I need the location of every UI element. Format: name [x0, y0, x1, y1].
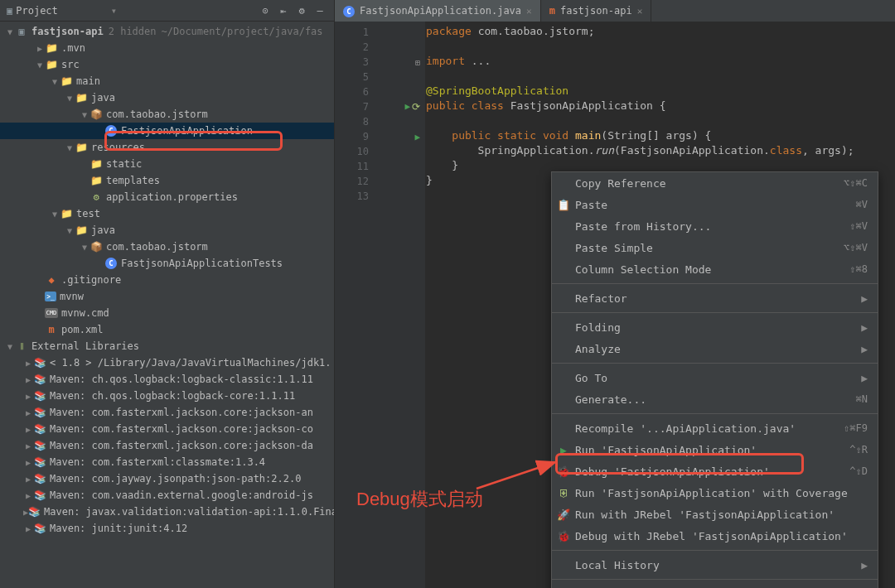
locate-icon[interactable]: ⊙	[258, 3, 273, 18]
external-lib-item[interactable]: ▶📚Maven: com.fasterxml:classmate:1.3.4	[0, 454, 334, 470]
external-lib-item[interactable]: ▶📚Maven: ch.qos.logback:logback-classic:…	[0, 371, 334, 388]
run-icon-cluster[interactable]: ▶⟳	[404, 101, 420, 113]
menu-item[interactable]: Paste from History...⇧⌘V	[552, 215, 878, 237]
tree-item[interactable]: ⚙application.properties	[0, 189, 334, 205]
gutter-line: 1	[335, 25, 425, 40]
menu-item[interactable]: ⇄Compare with Clipboard	[552, 583, 878, 588]
external-lib-item[interactable]: ▶📚Maven: junit:junit:4.12	[0, 520, 334, 537]
menu-icon: 🐞	[557, 465, 570, 478]
external-lib-item[interactable]: ▶📚Maven: com.fasterxml.jackson.core:jack…	[0, 421, 334, 437]
code-line[interactable]	[426, 114, 895, 129]
editor-tabs: CFastjsonApiApplication.java✕mfastjson-a…	[335, 0, 895, 22]
menu-item[interactable]: 📋Paste⌘V	[552, 194, 878, 215]
external-lib-item[interactable]: ▶📚Maven: com.vaadin.external.google:andr…	[0, 487, 334, 504]
collapse-icon[interactable]: ⇤	[276, 3, 291, 18]
dropdown-icon[interactable]: ▾	[111, 5, 117, 17]
tree-root[interactable]: ▼ ▣ fastjson-api 2 hidden ~/Document/pro…	[0, 23, 334, 40]
tree-item[interactable]: ▶📁.mvn	[0, 40, 334, 56]
menu-item[interactable]: Local History▶	[552, 554, 878, 576]
tree-item[interactable]: ▼📁java	[0, 89, 334, 106]
tree-item[interactable]: CFastjsonApiApplication	[0, 123, 334, 139]
code-line[interactable]: public class FastjsonApiApplication {	[426, 99, 895, 114]
tree-item[interactable]: ▼📁src	[0, 56, 334, 73]
gutter-line: 6	[335, 84, 425, 99]
gutter-line: 12	[335, 174, 425, 189]
external-libs[interactable]: ▼ ⦀ External Libraries	[0, 338, 334, 354]
menu-item[interactable]: 🚀Run with JRebel 'FastjsonApiApplication…	[552, 504, 878, 525]
code-line[interactable]: public static void main(String[] args) {	[426, 129, 895, 144]
code-line[interactable]: @SpringBootApplication	[426, 84, 895, 99]
gutter-line: 9▶	[335, 129, 425, 144]
tree-item[interactable]: 📁static	[0, 156, 334, 172]
tree-item[interactable]: 📁templates	[0, 172, 334, 189]
gutter-line: 10	[335, 144, 425, 159]
menu-item[interactable]: ▶Run 'FastjsonApiApplication'^⇧R	[552, 439, 878, 460]
tree-item[interactable]: ▼📁test	[0, 205, 334, 222]
menu-item[interactable]: Paste Simple⌥⇧⌘V	[552, 237, 878, 258]
menu-item[interactable]: Column Selection Mode⇧⌘8	[552, 258, 878, 280]
tree-item[interactable]: ▼📦com.taobao.jstorm	[0, 106, 334, 123]
annotation-text: Debug模式启动	[356, 487, 483, 512]
code-line[interactable]	[426, 70, 895, 84]
code-line[interactable]: import ...	[426, 55, 895, 70]
menu-item[interactable]: ⛨Run 'FastjsonApiApplication' with Cover…	[552, 482, 878, 504]
close-icon[interactable]: ✕	[526, 6, 532, 17]
hide-icon[interactable]: —	[312, 3, 327, 18]
tree-item[interactable]: CFastjsonApiApplicationTests	[0, 255, 334, 272]
libs-icon: ⦀	[15, 340, 28, 353]
gutter-line: 8	[335, 114, 425, 129]
gutter-line: 7▶⟳	[335, 99, 425, 114]
external-label: External Libraries	[31, 340, 139, 352]
tree-item[interactable]: >_mvnw	[0, 288, 334, 305]
context-menu: Copy Reference⌥⇧⌘C📋Paste⌘VPaste from His…	[551, 171, 878, 588]
tree-item[interactable]: ▼📁main	[0, 73, 334, 89]
menu-item[interactable]: 🐞Debug 'FastjsonApiApplication'^⇧D	[552, 460, 878, 482]
gutter-line: 2	[335, 40, 425, 55]
menu-item[interactable]: Go To▶	[552, 367, 878, 388]
tree-item[interactable]: mpom.xml	[0, 321, 334, 338]
run-icon[interactable]: ▶	[414, 132, 420, 142]
external-lib-item[interactable]: ▶📚Maven: javax.validation:validation-api…	[0, 504, 334, 520]
tree-item[interactable]: ▼📦com.taobao.jstorm	[0, 239, 334, 255]
editor-tab[interactable]: mfastjson-api✕	[541, 0, 652, 22]
menu-item[interactable]: 🐞Debug with JRebel 'FastjsonApiApplicati…	[552, 525, 878, 547]
menu-icon: 🐞	[557, 530, 570, 542]
external-lib-item[interactable]: ▶📚Maven: com.fasterxml.jackson.core:jack…	[0, 404, 334, 421]
menu-item[interactable]: Copy Reference⌥⇧⌘C	[552, 172, 878, 194]
root-hint1: 2 hidden	[109, 26, 157, 37]
menu-item[interactable]: Recompile '...ApiApplication.java'⇧⌘F9	[552, 417, 878, 439]
code-line[interactable]: SpringApplication.run(FastjsonApiApplica…	[426, 144, 895, 159]
menu-separator	[552, 363, 878, 364]
sidebar-title: Project	[16, 5, 58, 17]
menu-item[interactable]: Folding▶	[552, 316, 878, 338]
menu-icon: ⛨	[557, 487, 570, 499]
menu-item[interactable]: Refactor▶	[552, 287, 878, 309]
code-line[interactable]: package com.taobao.jstorm;	[426, 25, 895, 40]
external-lib-item[interactable]: ▶📚Maven: com.fasterxml.jackson.core:jack…	[0, 437, 334, 454]
project-sidebar: ▣ Project ▾ ⊙ ⇤ ⚙ — ▼ ▣ fastjson-api 2 h…	[0, 0, 335, 588]
external-lib-item[interactable]: ▶📚Maven: com.jayway.jsonpath:json-path:2…	[0, 470, 334, 487]
menu-item[interactable]: Generate...⌘N	[552, 388, 878, 410]
fold-icon[interactable]: ⊞	[415, 58, 420, 67]
tree-item[interactable]: ◆.gitignore	[0, 272, 334, 288]
gear-icon[interactable]: ⚙	[294, 3, 309, 18]
module-icon: ▣	[15, 25, 28, 38]
tree-item[interactable]: ▼📁java	[0, 222, 334, 239]
root-label: fastjson-api	[31, 26, 104, 37]
code-line[interactable]	[426, 40, 895, 55]
menu-icon: 📋	[557, 199, 570, 211]
gutter-line: 13	[335, 189, 425, 204]
editor-tab[interactable]: CFastjsonApiApplication.java✕	[335, 0, 541, 22]
menu-icon: ▶	[557, 444, 570, 456]
menu-separator	[552, 550, 878, 551]
tree-item[interactable]: ▼📁resources	[0, 139, 334, 156]
close-icon[interactable]: ✕	[637, 6, 643, 17]
gutter-line: 11	[335, 159, 425, 174]
tree-item[interactable]: CMDmvnw.cmd	[0, 305, 334, 321]
external-lib-item[interactable]: ▶📚< 1.8 > /Library/Java/JavaVirtualMachi…	[0, 354, 334, 371]
menu-icon: 🚀	[557, 508, 570, 521]
external-lib-item[interactable]: ▶📚Maven: ch.qos.logback:logback-core:1.1…	[0, 388, 334, 404]
menu-item[interactable]: Analyze▶	[552, 338, 878, 359]
menu-separator	[552, 579, 878, 580]
sidebar-header: ▣ Project ▾ ⊙ ⇤ ⚙ —	[0, 0, 334, 22]
